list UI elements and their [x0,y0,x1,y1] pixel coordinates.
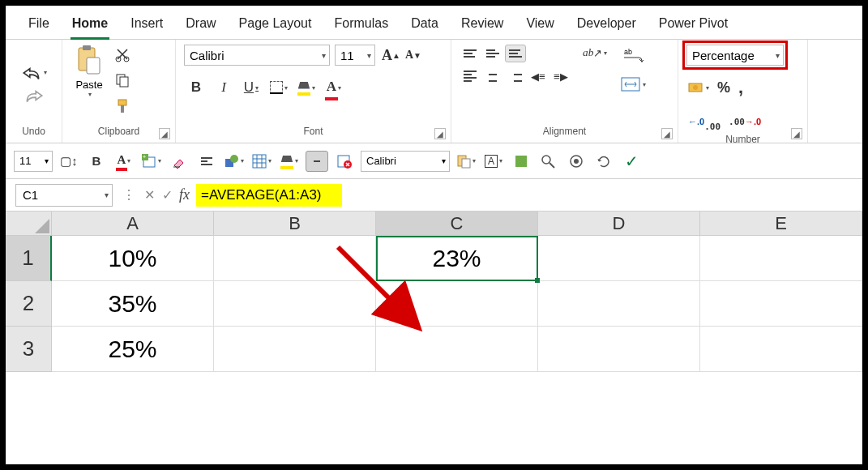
cell-D1[interactable] [538,236,700,281]
qat-font-color-button[interactable]: A▾ [113,151,135,172]
tab-data[interactable]: Data [400,11,450,39]
font-color-button[interactable]: A▾ [322,77,346,98]
qat-insert-sheet-button[interactable]: +▾ [140,151,163,172]
col-header-A[interactable]: A [52,212,214,236]
qat-table-button[interactable]: ▾ [250,151,273,172]
col-header-B[interactable]: B [214,212,376,236]
number-launcher[interactable]: ◢ [791,128,802,139]
cell-E3[interactable] [700,327,862,372]
cell-B3[interactable] [214,327,376,372]
paste-button[interactable]: Paste ▾ [71,45,108,98]
enter-formula-button[interactable]: ✓ [158,186,176,204]
name-box[interactable]: C1 [15,184,113,207]
row-header-3[interactable]: 3 [6,327,52,372]
green-swatch-icon [515,156,527,167]
increase-indent-button[interactable]: ≡▶ [550,67,571,85]
qat-toggle-button[interactable]: ▢↕ [58,151,80,172]
cell-E1[interactable] [700,236,862,281]
cell-C2[interactable] [376,281,538,327]
fill-color-button[interactable]: ▾ [294,77,319,98]
redo-button[interactable] [22,87,46,105]
underline-button[interactable]: U▾ [239,77,263,98]
cancel-formula-button[interactable]: ✕ [140,186,158,204]
qat-center-button[interactable] [306,151,328,172]
number-format-select[interactable]: Percentage [686,45,784,66]
tab-page-layout[interactable]: Page Layout [228,11,323,39]
cell-C3[interactable] [376,327,538,372]
tab-power-pivot[interactable]: Power Pivot [648,11,739,39]
qat-record-button[interactable] [565,151,588,172]
align-center-button[interactable] [482,67,503,85]
qat-zoom-button[interactable] [537,151,560,172]
decrease-indent-button[interactable]: ◀≡ [528,67,549,85]
align-top-button[interactable] [460,45,481,62]
quick-access-toolbar: 11 ▢↕ B A▾ +▾ ▾ ▾ ▾ Calibri ▾ A▾ ✓ [6,143,862,179]
align-middle-button[interactable] [482,45,503,62]
cell-E2[interactable] [700,281,862,327]
increase-font-button[interactable]: A▲ [380,45,402,66]
qat-refresh-button[interactable] [592,151,615,172]
cell-B2[interactable] [214,281,376,327]
align-left-button[interactable] [460,67,481,85]
wrap-text-button[interactable]: ab [621,45,645,66]
tab-review[interactable]: Review [450,11,515,39]
cut-button[interactable] [113,45,132,64]
qat-confirm-button[interactable]: ✓ [620,151,643,172]
select-all-corner[interactable] [6,212,52,236]
decrease-decimal-button[interactable]: .00→.0 [727,115,763,129]
alignment-launcher[interactable]: ◢ [661,128,673,139]
merge-center-button[interactable]: ▾ [618,74,648,95]
qat-font-name[interactable]: Calibri [361,151,450,172]
orientation-button[interactable]: ab↗▾ [581,45,609,61]
formula-input[interactable]: =AVERAGE(A1:A3) [196,184,342,207]
qat-bold-button[interactable]: B [85,151,108,172]
cell-B1[interactable] [214,236,376,281]
align-right-button[interactable] [505,67,526,85]
row-header-1[interactable]: 1 [6,236,52,281]
qat-shapes-button[interactable]: ▾ [223,151,246,172]
cell-D3[interactable] [538,327,700,372]
accounting-format-button[interactable]: ▾ [686,79,711,96]
qat-align-left-button[interactable] [195,151,218,172]
col-header-D[interactable]: D [538,212,700,236]
font-size-select[interactable]: 11 [335,45,375,66]
decrease-font-button[interactable]: A▼ [404,45,423,66]
font-name-select[interactable]: Calibri [184,45,330,66]
qat-font-size[interactable]: 11 [14,151,53,172]
tab-file[interactable]: File [17,11,61,39]
borders-button[interactable]: ▾ [267,77,291,98]
font-launcher[interactable]: ◢ [434,128,446,139]
col-header-E[interactable]: E [700,212,862,236]
bold-button[interactable]: B [184,77,208,98]
italic-button[interactable]: I [212,77,236,98]
tab-formulas[interactable]: Formulas [323,11,400,39]
fx-icon[interactable]: fx [179,186,190,203]
cell-A2[interactable]: 35% [52,281,214,327]
cell-D2[interactable] [538,281,700,327]
cell-A1[interactable]: 10% [52,236,214,281]
comma-format-button[interactable]: , [737,75,745,100]
col-header-C[interactable]: C [376,212,538,236]
align-bottom-button[interactable] [505,45,526,62]
clipboard-launcher[interactable]: ◢ [159,128,170,139]
qat-textbox-button[interactable]: A▾ [482,151,505,172]
group-label-font: Font [303,126,323,137]
percent-format-button[interactable]: % [716,78,732,98]
row-header-2[interactable]: 2 [6,281,52,327]
tab-view[interactable]: View [515,11,565,39]
qat-color-swatch[interactable] [510,151,532,172]
undo-button[interactable]: ▾ [19,64,49,82]
cell-C1[interactable]: 23% [376,236,538,281]
increase-decimal-button[interactable]: ←.0.00 [686,109,722,134]
format-painter-button[interactable] [113,96,132,116]
cell-A3[interactable]: 25% [52,327,214,372]
tab-insert[interactable]: Insert [119,11,174,39]
copy-button[interactable] [113,70,132,90]
qat-paste-button[interactable]: ▾ [455,151,477,172]
qat-delete-sheet-button[interactable] [333,151,356,172]
tab-home[interactable]: Home [61,11,119,39]
tab-draw[interactable]: Draw [174,11,227,39]
qat-fill-button[interactable]: ▾ [278,151,301,172]
qat-clear-button[interactable] [168,151,190,172]
tab-developer[interactable]: Developer [566,11,648,39]
